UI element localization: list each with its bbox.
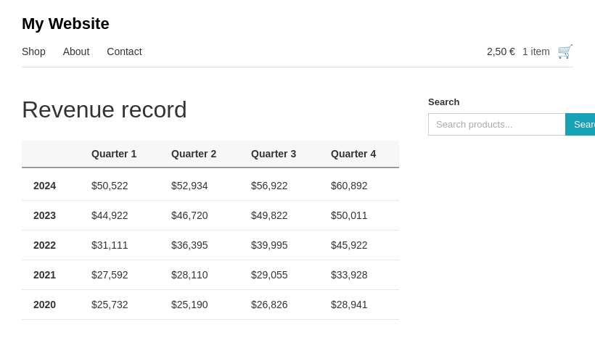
- table-row: 2022 $31,111 $36,395 $39,995 $45,922: [22, 231, 399, 260]
- cell-q4: $28,941: [319, 290, 399, 320]
- cell-q2: $52,934: [160, 167, 239, 201]
- search-label: Search: [428, 96, 573, 107]
- cell-q2: $28,110: [160, 260, 239, 290]
- cell-q3: $39,995: [239, 231, 319, 260]
- cell-q4: $33,928: [319, 260, 399, 290]
- cell-q3: $49,822: [239, 201, 319, 231]
- cart-icon[interactable]: 🛒: [557, 44, 573, 59]
- table-col-q4: Quarter 4: [319, 141, 399, 167]
- table-row: 2024 $50,522 $52,934 $56,922 $60,892: [22, 167, 399, 201]
- cell-year: 2021: [22, 260, 80, 290]
- cell-q3: $26,826: [239, 290, 319, 320]
- sidebar: Search Search: [428, 96, 573, 136]
- cell-q1: $50,522: [80, 167, 160, 201]
- table-header: Quarter 1 Quarter 2 Quarter 3 Quarter 4: [22, 141, 399, 167]
- search-input[interactable]: [428, 113, 565, 136]
- cell-q1: $27,592: [80, 260, 160, 290]
- main-content: Revenue record Quarter 1 Quarter 2 Quart…: [0, 75, 595, 342]
- nav-shop[interactable]: Shop: [22, 46, 46, 57]
- cart-count: 1 item: [522, 46, 550, 57]
- site-title: My Website: [22, 15, 573, 33]
- cell-year: 2023: [22, 201, 80, 231]
- cell-q4: $50,011: [319, 201, 399, 231]
- table-header-row: Quarter 1 Quarter 2 Quarter 3 Quarter 4: [22, 141, 399, 167]
- cell-q3: $29,055: [239, 260, 319, 290]
- cart-price: 2,50 €: [487, 46, 515, 57]
- cell-q1: $25,732: [80, 290, 160, 320]
- header-bottom: Shop About Contact 2,50 € 1 item 🛒: [22, 44, 573, 67]
- cell-q2: $36,395: [160, 231, 239, 260]
- main-nav: Shop About Contact: [22, 46, 142, 57]
- page-title: Revenue record: [22, 96, 399, 123]
- cell-q1: $31,111: [80, 231, 160, 260]
- revenue-table: Quarter 1 Quarter 2 Quarter 3 Quarter 4 …: [22, 141, 399, 320]
- cell-q4: $45,922: [319, 231, 399, 260]
- table-row: 2020 $25,732 $25,190 $26,826 $28,941: [22, 290, 399, 320]
- cell-year: 2024: [22, 167, 80, 201]
- table-row: 2023 $44,922 $46,720 $49,822 $50,011: [22, 201, 399, 231]
- cell-q3: $56,922: [239, 167, 319, 201]
- table-row: 2021 $27,592 $28,110 $29,055 $33,928: [22, 260, 399, 290]
- cell-q2: $46,720: [160, 201, 239, 231]
- table-body: 2024 $50,522 $52,934 $56,922 $60,892 202…: [22, 167, 399, 320]
- cell-year: 2022: [22, 231, 80, 260]
- cart-area: 2,50 € 1 item 🛒: [487, 44, 573, 59]
- search-button[interactable]: Search: [565, 113, 595, 136]
- cell-q2: $25,190: [160, 290, 239, 320]
- table-col-q2: Quarter 2: [160, 141, 239, 167]
- cell-year: 2020: [22, 290, 80, 320]
- cell-q1: $44,922: [80, 201, 160, 231]
- search-row: Search: [428, 113, 573, 136]
- table-col-year: [22, 141, 80, 167]
- content-left: Revenue record Quarter 1 Quarter 2 Quart…: [22, 96, 399, 320]
- table-col-q1: Quarter 1: [80, 141, 160, 167]
- table-col-q3: Quarter 3: [239, 141, 319, 167]
- cell-q4: $60,892: [319, 167, 399, 201]
- nav-about[interactable]: About: [63, 46, 90, 57]
- nav-contact[interactable]: Contact: [107, 46, 141, 57]
- site-header: My Website Shop About Contact 2,50 € 1 i…: [0, 0, 595, 75]
